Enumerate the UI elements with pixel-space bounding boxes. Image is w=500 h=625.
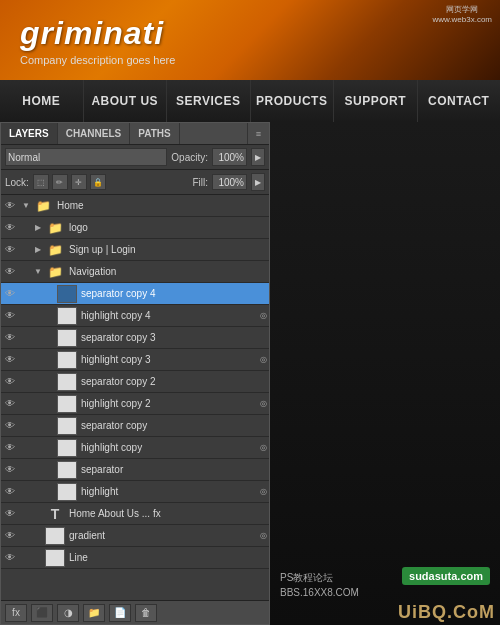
layer-eye-icon[interactable]: 👁 (1, 283, 19, 304)
layer-item[interactable]: 👁Line (1, 547, 269, 569)
opacity-input[interactable] (212, 148, 247, 166)
layer-item[interactable]: 👁THome About Us ... fx (1, 503, 269, 525)
blend-row: Normal Multiply Screen Opacity: ▶ (1, 145, 269, 170)
layer-eye-icon[interactable]: 👁 (1, 393, 19, 414)
opacity-label: Opacity: (171, 152, 208, 163)
layer-expand-icon[interactable] (31, 503, 45, 524)
layer-thumbnail: 📁 (45, 263, 65, 281)
layer-eye-icon[interactable]: 👁 (1, 327, 19, 348)
nav-item-contact[interactable]: CONTACT (418, 80, 501, 122)
layer-thumbnail: 📁 (33, 197, 53, 215)
layer-expand-icon[interactable] (43, 305, 57, 326)
tab-paths[interactable]: PATHS (130, 123, 179, 144)
layer-name-label: logo (69, 222, 267, 233)
layer-item[interactable]: 👁highlight copy 4◎ (1, 305, 269, 327)
layer-eye-icon[interactable]: 👁 (1, 239, 19, 260)
new-layer-btn[interactable]: 📄 (109, 604, 131, 622)
fill-label: Fill: (192, 177, 208, 188)
layer-name-label: Home About Us ... fx (69, 508, 267, 519)
layer-eye-icon[interactable]: 👁 (1, 437, 19, 458)
layer-item[interactable]: 👁gradient◎ (1, 525, 269, 547)
uibq-branding: UiBQ.CoM (398, 602, 495, 623)
layer-item[interactable]: 👁highlight copy 2◎ (1, 393, 269, 415)
layer-item[interactable]: 👁▼📁Home (1, 195, 269, 217)
layer-eye-icon[interactable]: 👁 (1, 525, 19, 546)
fill-arrow[interactable]: ▶ (251, 173, 265, 191)
nav-item-products[interactable]: PRODUCTS (251, 80, 335, 122)
layer-fx-icon: ◎ (260, 311, 267, 320)
layer-eye-icon[interactable]: 👁 (1, 547, 19, 568)
layer-expand-icon[interactable] (43, 415, 57, 436)
layer-name-label: separator copy 2 (81, 376, 267, 387)
add-fx-btn[interactable]: fx (5, 604, 27, 622)
blend-mode-select[interactable]: Normal Multiply Screen (5, 148, 167, 166)
layer-item[interactable]: 👁separator copy 2 (1, 371, 269, 393)
layer-expand-icon[interactable]: ▼ (31, 261, 45, 282)
tab-layers[interactable]: LAYERS (1, 123, 58, 144)
layer-fx-icon: ◎ (260, 355, 267, 364)
layer-name-label: highlight copy 4 (81, 310, 257, 321)
layer-expand-icon[interactable] (43, 481, 57, 502)
layer-eye-icon[interactable]: 👁 (1, 261, 19, 282)
layer-expand-icon[interactable] (31, 525, 45, 546)
layer-expand-icon[interactable] (43, 371, 57, 392)
layers-list[interactable]: 👁▼📁Home👁▶📁logo👁▶📁Sign up | Login👁▼📁Navig… (1, 195, 269, 600)
layer-expand-icon[interactable]: ▶ (31, 239, 45, 260)
layer-item[interactable]: 👁▼📁Navigation (1, 261, 269, 283)
layer-name-label: separator copy (81, 420, 267, 431)
opacity-arrow[interactable]: ▶ (251, 148, 265, 166)
layer-eye-icon[interactable]: 👁 (1, 481, 19, 502)
layer-expand-icon[interactable] (43, 327, 57, 348)
layer-thumbnail (57, 439, 77, 457)
layer-expand-icon[interactable] (43, 283, 57, 304)
layer-thumbnail (57, 373, 77, 391)
layer-item[interactable]: 👁highlight◎ (1, 481, 269, 503)
layer-item[interactable]: 👁▶📁logo (1, 217, 269, 239)
layer-item[interactable]: 👁▶📁Sign up | Login (1, 239, 269, 261)
lock-paint-btn[interactable]: ✏ (52, 174, 68, 190)
ps-tutorial: PS教程论坛 BBS.16XX8.COM (280, 570, 359, 600)
layer-thumbnail: T (45, 505, 65, 523)
layer-expand-icon[interactable] (43, 393, 57, 414)
layer-eye-icon[interactable]: 👁 (1, 195, 19, 216)
layer-eye-icon[interactable]: 👁 (1, 503, 19, 524)
layer-thumbnail: 📁 (45, 219, 65, 237)
layer-expand-icon[interactable] (43, 349, 57, 370)
new-group-btn[interactable]: 📁 (83, 604, 105, 622)
layer-expand-icon[interactable] (43, 459, 57, 480)
add-mask-btn[interactable]: ⬛ (31, 604, 53, 622)
layer-item[interactable]: 👁highlight copy◎ (1, 437, 269, 459)
layer-eye-icon[interactable]: 👁 (1, 349, 19, 370)
lock-transparent-btn[interactable]: ⬚ (33, 174, 49, 190)
layer-item[interactable]: 👁separator copy 3 (1, 327, 269, 349)
layer-name-label: highlight copy 2 (81, 398, 257, 409)
lock-all-btn[interactable]: 🔒 (90, 174, 106, 190)
tab-channels[interactable]: CHANNELS (58, 123, 131, 144)
layer-eye-icon[interactable]: 👁 (1, 459, 19, 480)
add-adj-btn[interactable]: ◑ (57, 604, 79, 622)
nav-item-about-us[interactable]: ABOUT US (84, 80, 168, 122)
panel-tabs: LAYERS CHANNELS PATHS ≡ (1, 123, 269, 145)
layer-expand-icon[interactable]: ▼ (19, 195, 33, 216)
lock-label: Lock: (5, 177, 29, 188)
delete-layer-btn[interactable]: 🗑 (135, 604, 157, 622)
layer-eye-icon[interactable]: 👁 (1, 371, 19, 392)
layer-item[interactable]: 👁highlight copy 3◎ (1, 349, 269, 371)
layers-panel: LAYERS CHANNELS PATHS ≡ Normal Multiply … (0, 122, 270, 625)
layer-expand-icon[interactable]: ▶ (31, 217, 45, 238)
layer-eye-icon[interactable]: 👁 (1, 217, 19, 238)
nav-item-services[interactable]: SERVICES (167, 80, 251, 122)
layer-expand-icon[interactable] (31, 547, 45, 568)
nav-item-home[interactable]: HOME (0, 80, 84, 122)
panel-menu-button[interactable]: ≡ (247, 123, 269, 144)
layer-item[interactable]: 👁separator (1, 459, 269, 481)
layer-eye-icon[interactable]: 👁 (1, 305, 19, 326)
layer-thumbnail (57, 285, 77, 303)
layer-eye-icon[interactable]: 👁 (1, 415, 19, 436)
layer-item[interactable]: 👁separator copy 4 (1, 283, 269, 305)
lock-move-btn[interactable]: ✛ (71, 174, 87, 190)
layer-expand-icon[interactable] (43, 437, 57, 458)
fill-input[interactable] (212, 174, 247, 190)
nav-item-support[interactable]: SUPPORT (334, 80, 418, 122)
layer-item[interactable]: 👁separator copy (1, 415, 269, 437)
